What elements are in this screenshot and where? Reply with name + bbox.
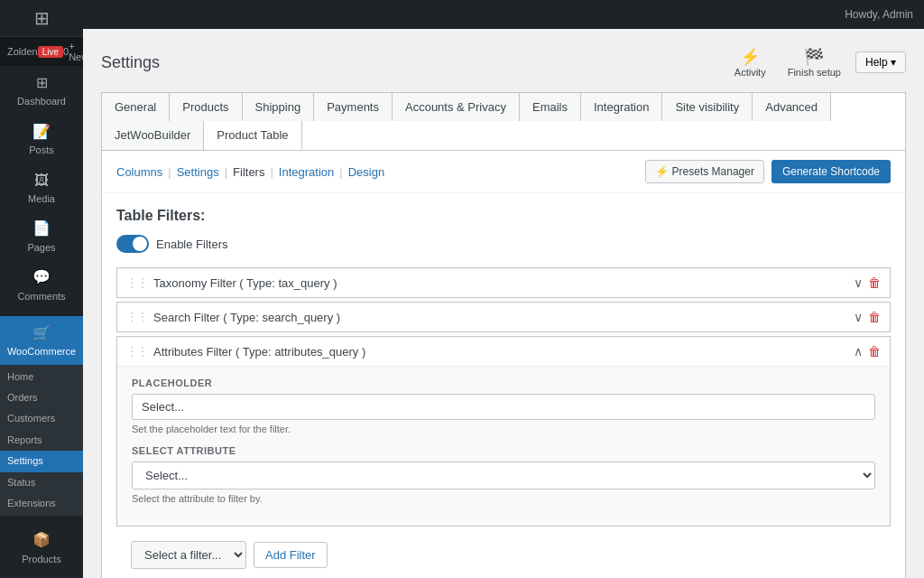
enable-filters-row: Enable Filters: [116, 235, 891, 253]
filter-attributes-left: ⋮⋮ Attributes Filter ( Type: attributes_…: [126, 345, 365, 359]
delete-search-button[interactable]: 🗑: [868, 310, 881, 324]
select-attribute-hint: Select the attribute to filter by.: [132, 493, 875, 504]
header-actions: ⚡ Activity 🏁 Finish setup Help ▾: [727, 43, 906, 81]
filter-attributes-actions: ∧ 🗑: [854, 344, 881, 359]
pages-icon: 📄: [32, 219, 51, 238]
collapse-search-button[interactable]: ∨: [854, 310, 863, 324]
tab-general[interactable]: General: [102, 93, 170, 121]
collapse-attributes-button[interactable]: ∧: [854, 344, 863, 359]
sidebar-item-label: Posts: [29, 144, 54, 157]
filter-taxonomy-actions: ∨ 🗑: [854, 275, 881, 290]
site-name: Zolden: [7, 46, 38, 57]
sidebar-item-media[interactable]: 🖼 Media: [0, 163, 83, 212]
drag-handle-taxonomy[interactable]: ⋮⋮: [126, 276, 148, 289]
generate-shortcode-button[interactable]: Generate Shortcode: [772, 160, 891, 183]
placeholder-input[interactable]: [132, 394, 875, 420]
enable-filters-label: Enable Filters: [156, 238, 227, 251]
sidebar-item-posts[interactable]: 📝 Posts: [0, 115, 83, 163]
tab-jetwoobuilder[interactable]: JetWooBuilder: [102, 121, 204, 150]
sidebar: ⊞ Zolden Live 0 + New ⊞ Dashboard 📝 Post…: [0, 0, 83, 578]
admin-topbar: Howdy, Admin: [83, 0, 924, 29]
filter-type-select[interactable]: Select a filter...: [131, 541, 246, 569]
sidebar-subitem-label: Settings: [7, 454, 43, 468]
settings-card: Columns | Settings | Filters | Integrati…: [101, 150, 906, 578]
sidebar-subitem-label: Extensions: [7, 497, 56, 510]
sub-nav-links: Columns | Settings | Filters | Integrati…: [116, 165, 384, 179]
sidebar-item-label: Comments: [17, 290, 65, 303]
page-header: Settings ⚡ Activity 🏁 Finish setup Help …: [101, 43, 906, 81]
page-title: Settings: [101, 53, 160, 72]
woocommerce-icon: 🛒: [32, 323, 51, 343]
sidebar-item-pages[interactable]: 📄 Pages: [0, 211, 83, 260]
filter-attributes-expanded: PLACEHOLDER Set the placeholder text for…: [117, 366, 890, 526]
activity-button[interactable]: ⚡ Activity: [727, 43, 773, 81]
filter-taxonomy-name: Taxonomy Filter ( Type: tax_query ): [153, 276, 337, 290]
filter-row-attributes: ⋮⋮ Attributes Filter ( Type: attributes_…: [116, 336, 891, 527]
add-filter-row: Select a filter... Add Filter: [116, 530, 891, 578]
enable-filters-toggle[interactable]: [116, 235, 149, 253]
sub-nav: Columns | Settings | Filters | Integrati…: [102, 151, 905, 193]
generate-label: Generate Shortcode: [782, 165, 880, 178]
filter-search-actions: ∨ 🗑: [854, 310, 881, 324]
sidebar-item-orders[interactable]: Orders: [0, 387, 83, 408]
select-attribute-label: SELECT ATTRIBUTE: [132, 445, 875, 456]
subnav-design[interactable]: Design: [348, 165, 384, 179]
subnav-integration[interactable]: Integration: [279, 165, 334, 179]
sidebar-item-woocommerce[interactable]: 🛒 WooCommerce: [0, 316, 83, 365]
sidebar-subitem-label: Home: [7, 370, 33, 384]
sidebar-item-label: Dashboard: [17, 95, 66, 108]
filter-attributes-name: Attributes Filter ( Type: attributes_que…: [153, 345, 365, 359]
live-badge: Live: [38, 46, 63, 58]
select-attribute-dropdown[interactable]: Select...: [132, 461, 875, 489]
tab-accounts[interactable]: Accounts & Privacy: [393, 93, 520, 121]
sidebar-item-dashboard[interactable]: ⊞ Dashboard: [0, 66, 83, 115]
add-filter-button[interactable]: Add Filter: [254, 542, 328, 568]
sidebar-subitem-label: Orders: [7, 391, 38, 405]
help-button[interactable]: Help ▾: [855, 51, 906, 73]
sidebar-item-home[interactable]: Home: [0, 367, 83, 387]
tab-payments[interactable]: Payments: [314, 93, 393, 121]
finish-setup-button[interactable]: 🏁 Finish setup: [781, 43, 848, 81]
comments-icon: 💬: [32, 267, 51, 287]
page-content: Settings ⚡ Activity 🏁 Finish setup Help …: [83, 29, 924, 578]
activity-icon: ⚡: [740, 47, 760, 67]
products-icon: 📦: [32, 530, 51, 550]
filter-search-header[interactable]: ⋮⋮ Search Filter ( Type: search_query ) …: [117, 303, 890, 331]
subnav-columns[interactable]: Columns: [116, 165, 162, 179]
activity-label: Activity: [735, 67, 766, 78]
filter-search-left: ⋮⋮ Search Filter ( Type: search_query ): [126, 311, 340, 324]
tab-emails[interactable]: Emails: [520, 93, 581, 121]
sidebar-item-settings[interactable]: Settings: [0, 451, 83, 471]
new-link[interactable]: + New: [69, 41, 83, 62]
sidebar-item-status[interactable]: Status: [0, 472, 83, 493]
sidebar-item-reports[interactable]: Reports: [0, 430, 83, 451]
sidebar-item-label: Pages: [27, 241, 55, 255]
tab-integration[interactable]: Integration: [581, 93, 662, 121]
tab-shipping[interactable]: Shipping: [243, 93, 315, 121]
filter-taxonomy-left: ⋮⋮ Taxonomy Filter ( Type: tax_query ): [126, 276, 337, 290]
sidebar-item-comments[interactable]: 💬 Comments: [0, 260, 83, 309]
presets-label: Presets Manager: [672, 165, 754, 178]
sidebar-item-analytics[interactable]: 📊 Analytics: [0, 572, 83, 578]
tab-product-table[interactable]: Product Table: [204, 121, 301, 150]
section-title: Table Filters:: [116, 208, 891, 224]
drag-handle-attributes[interactable]: ⋮⋮: [126, 345, 148, 358]
subnav-filters[interactable]: Filters: [233, 165, 264, 179]
filter-attributes-header[interactable]: ⋮⋮ Attributes Filter ( Type: attributes_…: [117, 337, 890, 366]
delete-attributes-button[interactable]: 🗑: [868, 344, 881, 359]
filters-section: Table Filters: Enable Filters ⋮⋮ Taxonom…: [102, 193, 905, 578]
sidebar-item-extensions[interactable]: Extensions: [0, 493, 83, 514]
tab-products[interactable]: Products: [170, 93, 242, 121]
subnav-settings[interactable]: Settings: [177, 165, 219, 179]
add-filter-label: Add Filter: [265, 548, 316, 562]
delete-taxonomy-button[interactable]: 🗑: [868, 275, 881, 290]
tab-site-visibility[interactable]: Site visibility: [662, 93, 753, 121]
placeholder-label: PLACEHOLDER: [132, 378, 875, 388]
sidebar-item-products[interactable]: 📦 Products: [0, 523, 83, 572]
sidebar-item-customers[interactable]: Customers: [0, 408, 83, 429]
collapse-taxonomy-button[interactable]: ∨: [854, 275, 863, 290]
drag-handle-search[interactable]: ⋮⋮: [126, 311, 148, 323]
presets-manager-button[interactable]: ⚡ Presets Manager: [645, 160, 764, 183]
filter-taxonomy-header[interactable]: ⋮⋮ Taxonomy Filter ( Type: tax_query ) ∨…: [117, 268, 890, 297]
tab-advanced[interactable]: Advanced: [753, 93, 831, 121]
